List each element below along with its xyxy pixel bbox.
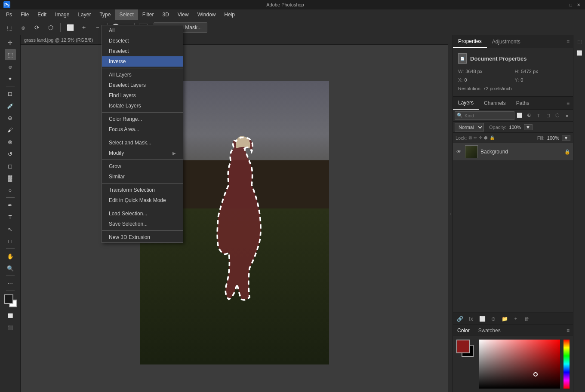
tool-more[interactable]: ⋯ (5, 278, 16, 289)
menu-item-all-layers[interactable]: All Layers (102, 70, 183, 80)
menu-view[interactable]: View (173, 9, 193, 20)
close-button[interactable]: ✕ (576, 2, 582, 8)
tool-crop[interactable]: ⊡ (5, 88, 16, 99)
tool-zoom[interactable]: 🔍 (5, 263, 16, 274)
tool-stamp[interactable]: ⊗ (5, 136, 16, 147)
menu-item-load-selection[interactable]: Load Selection... (102, 208, 183, 219)
lock-artboard-btn[interactable]: ⬢ (484, 135, 488, 140)
tool-lasso2-btn[interactable]: ⟳ (31, 21, 43, 34)
fill-stepper[interactable]: ▼ (562, 135, 570, 141)
color-gradient-picker[interactable] (479, 340, 560, 389)
tool-poly-btn[interactable]: ⬡ (45, 21, 57, 34)
menu-item-similar[interactable]: Similar (102, 172, 183, 182)
menu-image[interactable]: Image (51, 9, 74, 20)
tool-select-btn[interactable]: ⬚ (3, 21, 15, 34)
menu-select[interactable]: Select (115, 9, 138, 20)
type-icon[interactable]: T (534, 111, 543, 120)
lock-all-btn[interactable]: 🔒 (490, 135, 495, 140)
tool-dodge[interactable]: ○ (5, 184, 16, 196)
mini-tool-1[interactable]: ⬚ (575, 37, 584, 46)
collapse-panels-left[interactable]: ‹ (448, 35, 453, 392)
new-adj-btn[interactable]: ⊙ (489, 315, 498, 323)
tool-magic-wand[interactable]: ✦ (5, 73, 16, 84)
maximize-button[interactable]: □ (568, 2, 574, 8)
menu-item-find-layers[interactable]: Find Layers (102, 90, 183, 101)
add-selection-btn[interactable]: ＋ (78, 21, 90, 34)
menu-item-grow[interactable]: Grow (102, 161, 183, 172)
menu-help[interactable]: Help (220, 9, 239, 20)
menu-item-deselect[interactable]: Deselect (102, 36, 183, 46)
menu-item-select-mask[interactable]: Select and Mask... (102, 138, 183, 148)
mini-tool-2[interactable]: ⬜ (575, 48, 584, 58)
tool-move[interactable]: ✛ (5, 37, 16, 48)
menu-item-color-range[interactable]: Color Range... (102, 114, 183, 124)
lock-paint-btn[interactable]: ✏ (474, 135, 477, 140)
fg-swatch[interactable] (456, 340, 470, 353)
tool-path-select[interactable]: ↖ (5, 224, 16, 235)
tool-lasso[interactable]: ⌾ (5, 61, 16, 72)
canvas-viewport[interactable] (21, 45, 448, 392)
menu-ps[interactable]: Ps (2, 9, 16, 20)
menu-file[interactable]: File (16, 9, 33, 20)
tab-swatches[interactable]: Swatches (474, 325, 505, 336)
new-group-btn[interactable]: 📁 (500, 315, 509, 323)
menu-item-inverse[interactable]: Inverse (102, 56, 183, 67)
tool-eyedropper[interactable]: 💉 (5, 100, 16, 111)
menu-item-isolate-layers[interactable]: Isolate Layers (102, 101, 183, 111)
tool-brush[interactable]: 🖌 (5, 124, 16, 135)
tool-screen-mode[interactable]: ⬛ (5, 322, 16, 333)
tab-adjustments[interactable]: Adjustments (487, 35, 526, 48)
add-fx-btn[interactable]: fx (467, 315, 475, 323)
layers-tab-menu[interactable]: ≡ (563, 100, 573, 106)
add-mask-btn[interactable]: ⬜ (478, 315, 486, 323)
smart-icon[interactable]: ⬡ (553, 111, 562, 120)
menu-item-edit-quick-mask[interactable]: Edit in Quick Mask Mode (102, 195, 183, 205)
tool-type[interactable]: T (5, 211, 16, 223)
blend-mode-select[interactable]: Normal Multiply Screen Overlay (455, 123, 484, 132)
menu-layer[interactable]: Layer (74, 9, 95, 20)
canvas-tab[interactable]: grass land.jpg @ 12.5% (RGB/8) (21, 35, 448, 45)
color-hue-bar[interactable] (563, 340, 570, 389)
menu-item-all[interactable]: All (102, 25, 183, 36)
menu-item-focus-area[interactable]: Focus Area... (102, 124, 183, 135)
lock-move-btn[interactable]: ✛ (479, 135, 482, 140)
menu-edit[interactable]: Edit (33, 9, 51, 20)
tab-channels[interactable]: Channels (479, 97, 511, 110)
tool-quick-mask[interactable]: ⬜ (5, 310, 16, 321)
menu-item-deselect-layers[interactable]: Deselect Layers (102, 80, 183, 90)
menu-type[interactable]: Type (95, 9, 115, 20)
menu-filter[interactable]: Filter (138, 9, 158, 20)
lock-pixels-btn[interactable]: ⊠ (468, 135, 472, 140)
new-layer-btn[interactable]: + (511, 315, 520, 323)
menu-item-reselect[interactable]: Reselect (102, 46, 183, 56)
menu-item-save-selection[interactable]: Save Selection... (102, 219, 183, 229)
tool-gradient[interactable]: ▓ (5, 172, 16, 184)
tool-marquee[interactable]: ⬚ (5, 49, 16, 60)
tool-heal[interactable]: ⊕ (5, 112, 16, 123)
shape-icon[interactable]: ◻ (544, 111, 552, 120)
link-layers-btn[interactable]: 🔗 (456, 315, 464, 323)
kind-search-input[interactable] (465, 113, 512, 118)
layer-item-background[interactable]: 👁 Background 🔒 (453, 143, 573, 160)
menu-window[interactable]: Window (193, 9, 220, 20)
tab-layers[interactable]: Layers (453, 97, 479, 110)
tool-hand[interactable]: ✋ (5, 251, 16, 262)
effect-icon[interactable]: ● (563, 111, 571, 120)
tab-paths[interactable]: Paths (511, 97, 535, 110)
panel-tab-menu[interactable]: ≡ (563, 39, 573, 45)
menu-item-transform-selection[interactable]: Transform Selection (102, 185, 183, 195)
delete-layer-btn[interactable]: 🗑 (523, 315, 531, 323)
kind-search-box[interactable]: 🔍 (455, 111, 514, 120)
layer-visibility-icon[interactable]: 👁 (456, 148, 462, 155)
new-selection-btn[interactable]: ⬜ (64, 21, 76, 34)
menu-item-new-3d[interactable]: New 3D Extrusion (102, 232, 183, 242)
tool-pen[interactable]: ✒ (5, 199, 16, 211)
foreground-color-swatch[interactable] (4, 294, 13, 304)
tool-lasso-btn[interactable]: ⌾ (17, 21, 29, 34)
minimize-button[interactable]: − (560, 2, 566, 8)
tab-properties[interactable]: Properties (453, 35, 487, 48)
tool-history-brush[interactable]: ↺ (5, 148, 16, 159)
pixel-icon[interactable]: ⬜ (515, 111, 524, 120)
tool-eraser[interactable]: ◻ (5, 160, 16, 172)
tab-color[interactable]: Color (453, 325, 474, 336)
